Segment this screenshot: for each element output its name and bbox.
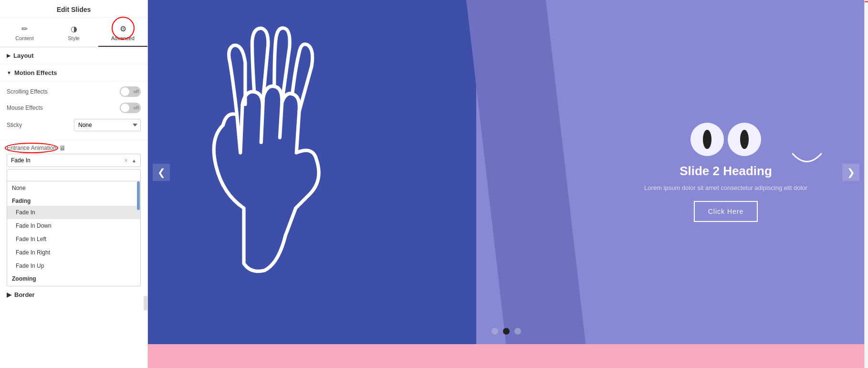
- motion-effects-body: Scrolling Effects off Mouse Effects off …: [0, 82, 147, 140]
- layout-arrow-icon: [7, 53, 10, 58]
- slide-cta-button[interactable]: Click Here: [694, 201, 758, 222]
- left-panel: Edit Slides ✏ Content ◑ Style ⚙ Advanced…: [0, 0, 148, 368]
- panel-title: Edit Slides: [0, 0, 147, 18]
- monitor-icon: 🖥: [59, 144, 66, 152]
- fade-select-container: Fade In × ▲: [0, 154, 147, 169]
- layout-label: Layout: [13, 52, 34, 59]
- dropdown-item-none[interactable]: None: [7, 181, 140, 195]
- dot-3[interactable]: [514, 328, 521, 335]
- sticky-row: Sticky None Top Bottom: [7, 119, 141, 131]
- tab-advanced[interactable]: ⚙ Advanced: [98, 21, 147, 47]
- fade-select-box[interactable]: Fade In × ▲: [7, 154, 141, 167]
- tab-style[interactable]: ◑ Style: [49, 21, 98, 47]
- main-content: Slide 2 Heading Lorem ipsum dolor sit am…: [148, 0, 864, 368]
- eye-left-pupil: [703, 130, 711, 149]
- dropdown-list: None Fading Fade In Fade In Down Fade In…: [7, 181, 141, 286]
- border-arrow-icon: ▶: [7, 291, 11, 298]
- tab-content-label: Content: [15, 35, 34, 41]
- tabs-bar: ✏ Content ◑ Style ⚙ Advanced: [0, 18, 147, 47]
- scrolling-effects-toggle[interactable]: off: [120, 86, 141, 97]
- motion-effects-header[interactable]: Motion Effects: [0, 64, 147, 82]
- entrance-animation-label: Entrance Animation: [7, 145, 56, 151]
- dropdown-group-fading: Fading: [7, 195, 140, 206]
- advanced-icon: ⚙: [120, 24, 126, 33]
- mouse-off-label: off: [134, 105, 139, 110]
- dropdown-item-fade-in-left[interactable]: Fade In Left: [7, 232, 140, 246]
- hand-illustration: [186, 14, 329, 291]
- right-sidebar-accent: [865, 1, 868, 2]
- eye-left-white: [690, 123, 724, 156]
- fade-select-value: Fade In: [11, 157, 31, 164]
- sticky-label: Sticky: [7, 122, 22, 128]
- layout-section-header[interactable]: Layout: [0, 47, 147, 64]
- border-section-header[interactable]: ▶ Border: [0, 286, 147, 303]
- scrolling-effects-label: Scrolling Effects: [7, 88, 48, 95]
- dot-2[interactable]: [503, 328, 510, 335]
- border-label: Border: [14, 291, 35, 298]
- slide-text-block: Slide 2 Heading Lorem ipsum dolor sit am…: [626, 123, 826, 222]
- scrolling-effects-row: Scrolling Effects off: [7, 86, 141, 97]
- sticky-select[interactable]: None Top Bottom: [74, 119, 141, 131]
- dropdown-item-fade-in-down[interactable]: Fade In Down: [7, 219, 140, 232]
- scrolling-off-label: off: [134, 89, 139, 94]
- slide-container: Slide 2 Heading Lorem ipsum dolor sit am…: [148, 0, 864, 344]
- dropdown-search-input[interactable]: [7, 169, 141, 181]
- mouse-effects-toggle[interactable]: off: [120, 103, 141, 113]
- dot-1[interactable]: [492, 328, 498, 335]
- mouse-effects-label: Mouse Effects: [7, 105, 43, 111]
- dropdown-container: None Fading Fade In Fade In Down Fade In…: [0, 169, 147, 286]
- dropdown-item-zoom-in[interactable]: Zoom In: [7, 284, 140, 286]
- entrance-animation-row: Entrance Animation 🖥: [0, 140, 147, 154]
- dropdown-group-zooming: Zooming: [7, 273, 140, 284]
- tab-style-label: Style: [68, 35, 79, 41]
- next-slide-button[interactable]: ❯: [842, 164, 859, 181]
- bottom-bar: [148, 344, 864, 368]
- slide-dots: [492, 328, 521, 335]
- eye-right-pupil: [740, 130, 749, 149]
- tab-content[interactable]: ✏ Content: [0, 21, 49, 47]
- clear-selection-button[interactable]: ×: [124, 157, 128, 164]
- dropdown-item-fade-in-right[interactable]: Fade In Right: [7, 246, 140, 259]
- dropdown-item-fade-in-up[interactable]: Fade In Up: [7, 259, 140, 273]
- eye-right-white: [728, 123, 761, 156]
- dropdown-arrow-icon: ▲: [132, 158, 136, 163]
- prev-slide-button[interactable]: ❮: [153, 164, 170, 181]
- right-sidebar: [864, 0, 868, 368]
- smile-icon: [788, 151, 826, 170]
- slide-subtext: Lorem ipsum dolor sit amet consectetur a…: [626, 184, 826, 191]
- tab-advanced-label: Advanced: [111, 35, 135, 41]
- content-icon: ✏: [21, 24, 28, 33]
- slider-area: Slide 2 Heading Lorem ipsum dolor sit am…: [148, 0, 864, 344]
- face-decoration: [626, 123, 826, 156]
- resize-handle[interactable]: [144, 296, 147, 310]
- motion-effects-label: Motion Effects: [14, 69, 57, 76]
- dropdown-item-fade-in[interactable]: Fade In: [7, 206, 140, 219]
- style-icon: ◑: [71, 24, 77, 33]
- motion-effects-arrow-icon: [7, 70, 11, 75]
- mouse-effects-row: Mouse Effects off: [7, 103, 141, 113]
